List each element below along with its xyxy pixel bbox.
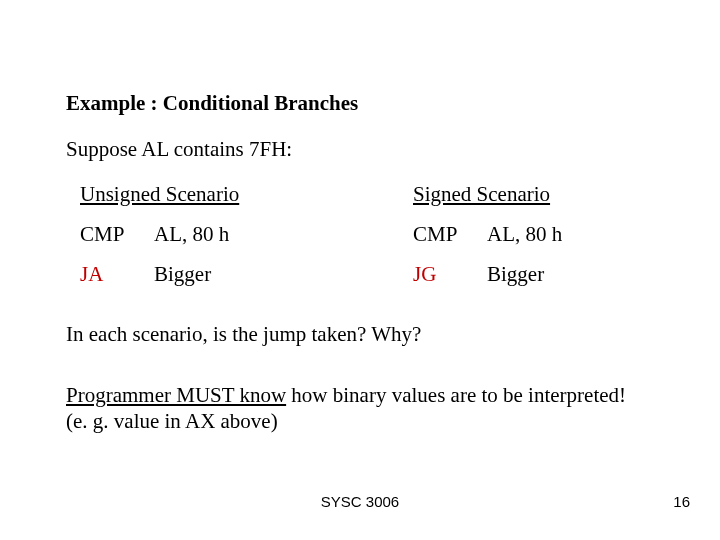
suppose-line: Suppose AL contains 7FH: [66, 136, 660, 162]
slide-title: Example : Conditional Branches [66, 90, 660, 116]
cmp-row: CMPAL, 80 h CMPAL, 80 h [66, 221, 660, 247]
signed-heading: Signed Scenario [413, 182, 550, 206]
footer-page-number: 16 [673, 493, 690, 512]
unsigned-jump: JABigger [66, 261, 413, 287]
unsigned-heading: Unsigned Scenario [80, 182, 239, 206]
signed-jump-op: JG [413, 262, 436, 286]
unsigned-col: Unsigned Scenario [66, 181, 413, 207]
unsigned-jump-target: Bigger [154, 262, 211, 286]
signed-cmp-args: AL, 80 h [487, 222, 562, 246]
slide: Example : Conditional Branches Suppose A… [0, 0, 720, 540]
must-rest2: (e. g. value in AX above) [66, 409, 278, 433]
unsigned-cmp: CMPAL, 80 h [66, 221, 413, 247]
signed-cmp: CMPAL, 80 h [413, 221, 660, 247]
signed-jump: JGBigger [413, 261, 660, 287]
signed-jump-target: Bigger [487, 262, 544, 286]
must-line: Programmer MUST know how binary values a… [66, 382, 660, 435]
scenario-headings-row: Unsigned Scenario Signed Scenario [66, 181, 660, 207]
footer-course: SYSC 3006 [0, 493, 720, 512]
jump-row: JABigger JGBigger [66, 261, 660, 287]
signed-cmp-op: CMP [413, 221, 487, 247]
signed-col: Signed Scenario [413, 181, 660, 207]
must-underlined: Programmer MUST know [66, 383, 286, 407]
unsigned-cmp-op: CMP [80, 221, 154, 247]
question-line: In each scenario, is the jump taken? Why… [66, 321, 660, 347]
unsigned-cmp-args: AL, 80 h [154, 222, 229, 246]
must-rest1: how binary values are to be interpreted! [286, 383, 626, 407]
unsigned-jump-op: JA [80, 262, 103, 286]
